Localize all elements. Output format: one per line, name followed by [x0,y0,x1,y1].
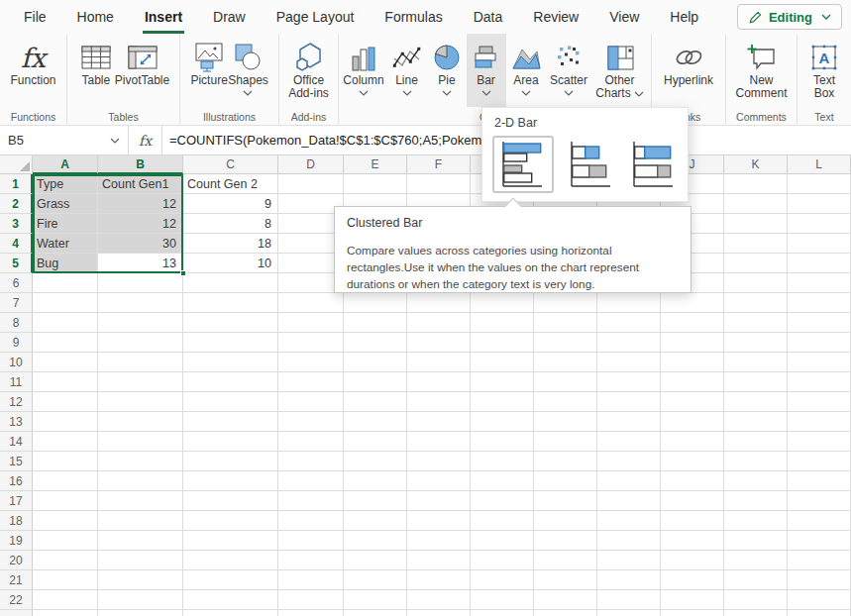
cell-I19[interactable] [597,531,661,551]
cell-H12[interactable] [534,392,597,412]
row-header-13[interactable]: 13 [0,412,33,432]
cell-J9[interactable] [661,333,724,353]
cell-C3[interactable]: 8 [183,214,278,234]
cell-L17[interactable] [788,491,851,511]
cell-E11[interactable] [344,372,407,392]
row-header-6[interactable]: 6 [0,273,33,293]
cell-G11[interactable] [471,372,534,392]
cell-E7[interactable] [344,293,407,313]
cell-L7[interactable] [788,293,851,313]
cell-C19[interactable] [183,531,278,551]
cell-L14[interactable] [788,432,851,452]
row-header-4[interactable]: 4 [0,234,33,254]
pct-stacked-bar-option[interactable] [628,137,678,192]
cell-E13[interactable] [344,412,407,432]
row-header-18[interactable]: 18 [0,511,33,531]
row-header-23[interactable] [0,610,33,616]
cell-E10[interactable] [344,353,407,372]
cell-G10[interactable] [471,353,534,372]
clustered-bar-option[interactable] [492,136,554,193]
cell-E19[interactable] [344,531,407,551]
cell-K14[interactable] [724,432,788,452]
cell-F18[interactable] [407,511,471,531]
cell-F14[interactable] [407,432,471,452]
cell-I7[interactable] [597,293,661,313]
row-header-22[interactable]: 22 [0,590,33,610]
cell-J12[interactable] [661,392,724,412]
cell-D18[interactable] [278,511,344,531]
cell-A3[interactable]: Fire [33,214,98,234]
tab-draw[interactable]: Draw [211,0,248,34]
cell-I22[interactable] [597,590,661,610]
cell-D12[interactable] [278,392,344,412]
cell-A4[interactable]: Water [33,234,98,254]
area-chart-button[interactable]: Area [506,34,547,107]
cell-J23[interactable] [661,610,724,616]
cell-C1[interactable]: Count Gen 2 [183,174,278,194]
cell-G7[interactable] [471,293,534,313]
cell-K16[interactable] [724,471,788,491]
cell-B9[interactable] [98,333,183,353]
cell-D17[interactable] [278,491,344,511]
cell-B6[interactable] [98,273,183,293]
tab-data[interactable]: Data [472,0,505,34]
cell-A16[interactable] [33,471,98,491]
cell-B2[interactable]: 12 [98,194,183,214]
tab-review[interactable]: Review [531,0,581,34]
row-header-15[interactable]: 15 [0,452,33,471]
cell-K1[interactable] [724,174,788,194]
cell-F17[interactable] [407,491,471,511]
cell-H10[interactable] [534,353,597,372]
cell-J17[interactable] [661,491,724,511]
cell-B19[interactable] [98,531,183,551]
cell-D11[interactable] [278,372,344,392]
column-header-F[interactable]: F [407,155,471,174]
cell-D14[interactable] [278,432,344,452]
column-header-C[interactable]: C [183,155,278,174]
cell-E1[interactable] [344,174,407,194]
cell-F22[interactable] [407,590,471,610]
cell-J19[interactable] [661,531,724,551]
cell-G22[interactable] [471,590,534,610]
row-header-16[interactable]: 16 [0,471,33,491]
cell-E18[interactable] [344,511,407,531]
row-header-9[interactable]: 9 [0,333,33,353]
cell-K20[interactable] [724,551,788,570]
tab-file[interactable]: File [22,0,49,34]
cell-G15[interactable] [471,452,534,471]
cell-I13[interactable] [597,412,661,432]
cell-C4[interactable]: 18 [183,234,278,254]
name-box[interactable]: B5 [0,126,129,154]
cell-B10[interactable] [98,353,183,372]
cell-G16[interactable] [471,471,534,491]
row-header-20[interactable]: 20 [0,551,33,570]
cell-I14[interactable] [597,432,661,452]
office-addins-button[interactable]: Office Add-ins [288,34,329,107]
cell-K7[interactable] [724,293,788,313]
cell-A13[interactable] [33,412,98,432]
cell-I11[interactable] [597,372,661,392]
row-header-5[interactable]: 5 [0,254,33,273]
row-header-8[interactable]: 8 [0,313,33,333]
cell-I17[interactable] [597,491,661,511]
cell-H20[interactable] [534,551,597,570]
bar-chart-button[interactable]: Bar [467,34,506,107]
cell-C13[interactable] [183,412,278,432]
cell-K6[interactable] [724,273,788,293]
cell-A11[interactable] [33,372,98,392]
cell-H7[interactable] [534,293,597,313]
cell-J15[interactable] [661,452,724,471]
scatter-chart-button[interactable]: Scatter [547,34,591,107]
cell-A22[interactable] [33,590,98,610]
cell-C12[interactable] [183,392,278,412]
tab-page-layout[interactable]: Page Layout [274,0,357,34]
cell-C7[interactable] [183,293,278,313]
cell-C23[interactable] [183,610,278,616]
cell-I21[interactable] [597,570,661,590]
cell-E21[interactable] [344,570,407,590]
cell-H17[interactable] [534,491,597,511]
cell-B18[interactable] [98,511,183,531]
cell-F13[interactable] [407,412,471,432]
cell-E12[interactable] [344,392,407,412]
cell-A7[interactable] [33,293,98,313]
